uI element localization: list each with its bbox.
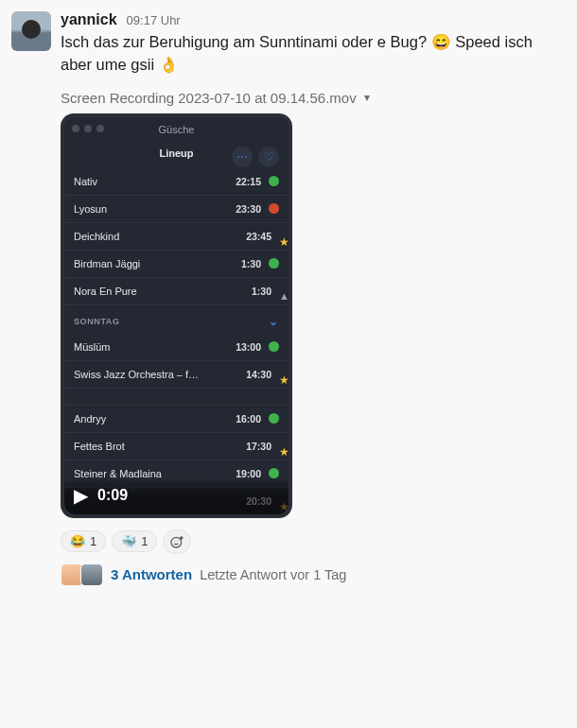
list-item: Fettes Brot 17:30: [64, 432, 288, 459]
reactions-bar: 😂 1 🐳 1: [61, 529, 566, 554]
row-time: 22:15: [236, 176, 261, 187]
message-content: yannick 09:17 Uhr Isch das zur Beruhigun…: [61, 11, 566, 586]
row-time: 1:30: [252, 286, 271, 297]
attachment-filename: Screen Recording 2023-07-10 at 09.14.56.…: [61, 90, 357, 106]
row-name: Andryy: [74, 413, 106, 425]
avatar[interactable]: [11, 11, 51, 51]
video-attachment[interactable]: Güsche Lineup ⋯ ♡ Nativ 22:15 Lyosun 23:…: [61, 113, 292, 518]
status-dot: [269, 413, 279, 424]
row-time: 13:00: [236, 341, 261, 353]
username[interactable]: yannick: [61, 11, 117, 28]
app-title: Güsche: [159, 124, 195, 135]
svg-point-1: [175, 541, 176, 542]
row-name: Deichkind: [74, 231, 119, 242]
status-dot: [269, 341, 279, 352]
row-name: Swiss Jazz Orchestra – feat: [74, 369, 201, 380]
row-time: 19:00: [236, 468, 261, 479]
row-name: Lyosun: [74, 203, 107, 215]
section-label: SONNTAG: [74, 317, 120, 326]
list-item: Swiss Jazz Orchestra – feat 14:30: [64, 360, 288, 388]
reply-avatars: [61, 563, 103, 586]
row-name: Steiner & Madlaina: [74, 468, 162, 479]
row-name: Birdman Jäggi: [74, 258, 140, 269]
reaction-emoji: 😂: [70, 534, 85, 548]
tab-lineup: Lineup: [159, 147, 193, 159]
reaction-laugh[interactable]: 😂 1: [61, 530, 106, 552]
status-dot: [269, 258, 279, 269]
more-icon: ⋯: [232, 147, 253, 167]
list-item: 20:30 ▶ 0:09: [64, 487, 288, 514]
play-icon[interactable]: ▶: [74, 484, 88, 507]
row-time: 1:30: [241, 258, 261, 269]
slack-message: yannick 09:17 Uhr Isch das zur Beruhigun…: [11, 11, 566, 586]
list-item: Birdman Jäggi 1:30: [64, 250, 288, 277]
svg-point-2: [178, 541, 179, 542]
list-item: Lyosun 23:30: [64, 195, 288, 222]
list-item: Deichkind 23:45: [64, 222, 288, 250]
row-time: 16:00: [236, 413, 261, 425]
row-name: Nativ: [74, 176, 97, 187]
tab-actions: ⋯ ♡: [232, 147, 279, 167]
reply-count: 3 Antworten: [111, 566, 192, 582]
status-dot: [269, 176, 279, 186]
list-item: Müslüm 13:00: [64, 334, 288, 360]
list-item: Nativ 22:15: [64, 168, 288, 195]
row-time: 23:45: [246, 231, 271, 242]
app-titlebar: Güsche: [64, 117, 288, 142]
row-name: Müslüm: [74, 341, 111, 353]
thread-replies[interactable]: 3 Antworten Letzte Antwort vor 1 Tag: [61, 563, 566, 586]
row-time: 14:30: [246, 369, 271, 380]
list-item: Steiner & Madlaina 19:00: [64, 459, 288, 487]
list-item: Nora En Pure 1:30: [64, 277, 288, 304]
message-body: Isch das zur Beruhigung am Sunntinami od…: [61, 31, 566, 77]
list-item: Andryy 16:00: [64, 405, 288, 432]
svg-point-0: [171, 537, 182, 547]
status-dot: [269, 468, 279, 478]
list-gap: [64, 388, 288, 405]
message-header: yannick 09:17 Uhr: [61, 11, 566, 28]
row-name: Nora En Pure: [74, 286, 137, 297]
add-reaction-button[interactable]: [163, 529, 191, 554]
status-dot: [269, 203, 279, 214]
chevron-down-icon[interactable]: ▾: [364, 91, 370, 104]
window-controls: [72, 125, 104, 132]
reply-meta: Letzte Antwort vor 1 Tag: [200, 567, 346, 582]
reaction-whale[interactable]: 🐳 1: [112, 530, 157, 552]
video-time: 0:09: [97, 487, 128, 504]
avatar: [80, 563, 103, 586]
chevron-down-icon: ⌄: [269, 315, 279, 328]
app-window: Güsche Lineup ⋯ ♡ Nativ 22:15 Lyosun 23:…: [64, 117, 288, 514]
tab-row: Lineup ⋯ ♡: [64, 142, 288, 168]
reaction-count: 1: [90, 534, 96, 548]
attachment-header[interactable]: Screen Recording 2023-07-10 at 09.14.56.…: [61, 90, 566, 106]
section-header-sonntag: SONNTAG ⌄: [64, 304, 288, 334]
row-time: 17:30: [246, 441, 271, 452]
row-time: 23:30: [236, 203, 261, 215]
timestamp[interactable]: 09:17 Uhr: [127, 13, 181, 27]
reaction-count: 1: [141, 534, 148, 548]
row-name: Fettes Brot: [74, 441, 125, 452]
reaction-emoji: 🐳: [121, 534, 136, 548]
heart-icon: ♡: [258, 147, 279, 167]
row-time: 20:30: [246, 495, 271, 507]
